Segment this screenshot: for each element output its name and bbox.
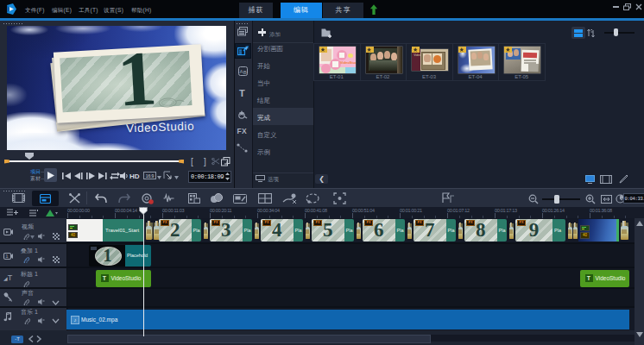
svg-text:1: 1 <box>5 254 9 259</box>
svg-text:B: B <box>243 70 247 75</box>
